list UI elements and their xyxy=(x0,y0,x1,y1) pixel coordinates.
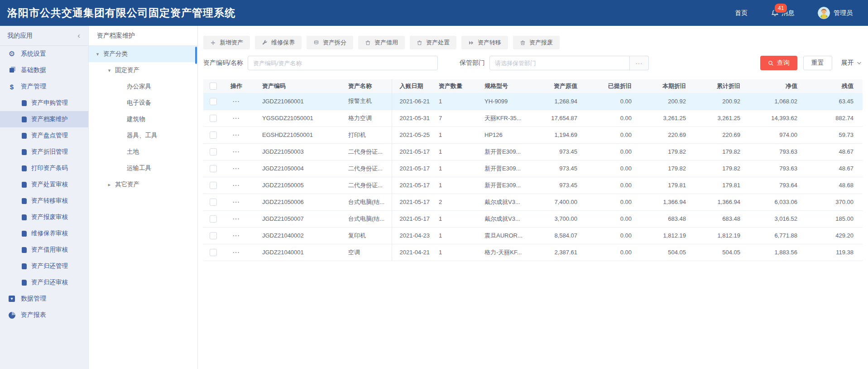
table-row[interactable]: ··· EGSHDZ21050001 打印机 2021-05-25 1 HP12… xyxy=(203,126,863,143)
sidebar-item[interactable]: 基础数据 xyxy=(0,62,88,78)
table-row[interactable]: ··· JGDZ21050003 二代身份证... 2021-05-17 1 新… xyxy=(203,143,863,160)
row-actions-button[interactable]: ··· xyxy=(233,165,240,172)
cell-residual: 48.67 xyxy=(817,143,863,160)
tree-node[interactable]: 运输工具 xyxy=(89,160,197,176)
cell-qty: 1 xyxy=(434,210,473,227)
tree-node[interactable]: 土地 xyxy=(89,144,197,160)
row-actions-button[interactable]: ··· xyxy=(233,131,240,138)
select-all-checkbox[interactable] xyxy=(210,83,217,90)
toolbar-button[interactable]: 维修保养 xyxy=(255,36,302,49)
cell-dep-cur: 1,366.94 xyxy=(652,194,706,210)
dept-filter-input[interactable] xyxy=(489,56,630,70)
row-checkbox[interactable] xyxy=(210,165,217,172)
table-row[interactable]: ··· JGDZ21060001 报警主机 2021-06-21 1 YH-90… xyxy=(203,93,863,110)
row-actions-button[interactable]: ··· xyxy=(233,249,240,256)
row-checkbox[interactable] xyxy=(210,182,217,189)
collapse-sidebar-button[interactable]: ‹ xyxy=(76,31,82,40)
expand-toggle[interactable]: 展开 xyxy=(841,59,860,67)
doc-icon xyxy=(21,165,27,172)
tree-node[interactable]: ▸ 其它资产 xyxy=(89,176,197,193)
scrollbar-thumb[interactable] xyxy=(195,47,197,64)
toolbar-button[interactable]: 资产转移 xyxy=(461,36,508,49)
user-menu[interactable]: 管理员 xyxy=(818,7,853,19)
table-row[interactable]: ··· YGSGDZ21050001 格力空调 2021-05-31 7 天丽K… xyxy=(203,110,863,126)
sidebar-item[interactable]: 打印资产条码 xyxy=(0,160,88,176)
toolbar-button[interactable]: 资产借用 xyxy=(358,36,405,49)
cell-dep-cur: 3,261.25 xyxy=(652,110,706,126)
table-row[interactable]: ··· JGDZ21040001 空调 2021-04-21 1 格力-天丽KF… xyxy=(203,244,863,261)
doc-icon xyxy=(21,99,27,107)
tree-node[interactable]: 建筑物 xyxy=(89,111,197,127)
sidebar-item[interactable]: 资产盘点管理 xyxy=(0,127,88,144)
row-checkbox[interactable] xyxy=(210,115,217,122)
table-row[interactable]: ··· JGDZ21040002 复印机 2021-04-23 1 震旦AURO… xyxy=(203,227,863,244)
row-actions-button[interactable]: ··· xyxy=(233,199,240,205)
sidebar-item[interactable]: 系统设置 xyxy=(0,46,88,62)
sidebar-item[interactable]: 资产借用审核 xyxy=(0,242,88,258)
sidebar-item[interactable]: 资产报表 xyxy=(0,307,88,323)
nav-home[interactable]: 首页 xyxy=(735,9,748,17)
app-title: 洛阳市公共交通集团有限公司固定资产管理系统 xyxy=(7,6,235,20)
code-filter-input[interactable] xyxy=(248,56,438,70)
row-checkbox[interactable] xyxy=(210,249,217,256)
row-actions-button[interactable]: ··· xyxy=(233,215,240,222)
row-checkbox[interactable] xyxy=(210,131,217,139)
sidebar-item[interactable]: 资产档案维护 xyxy=(0,111,88,127)
toolbar-button[interactable]: 资产拆分 xyxy=(307,36,353,49)
cell-code: JGDZ21050007 xyxy=(249,210,338,227)
row-actions-button[interactable]: ··· xyxy=(233,232,240,239)
sidebar-item[interactable]: 资产管理 xyxy=(0,78,88,95)
row-checkbox[interactable] xyxy=(210,215,217,223)
cell-date: 2021-06-21 xyxy=(392,93,434,110)
tree-node[interactable]: 电子设备 xyxy=(89,95,197,111)
toolbar-button-label: 维修保养 xyxy=(271,39,295,47)
cell-dep-acc: 200.92 xyxy=(706,93,760,110)
toolbar-button[interactable]: 资产报废 xyxy=(513,36,560,49)
cell-orig: 973.45 xyxy=(547,160,597,177)
dept-filter-label: 保管部门 xyxy=(460,59,485,67)
table-row[interactable]: ··· JGDZ21050005 二代身份证... 2021-05-17 1 新… xyxy=(203,177,863,194)
col-dep-acc: 累计折旧 xyxy=(706,79,760,93)
table-row[interactable]: ··· JGDZ21050006 台式电脑(结... 2021-05-17 2 … xyxy=(203,194,863,210)
nav-messages[interactable]: 41 消息 xyxy=(771,9,794,17)
toolbar-button[interactable]: 资产处置 xyxy=(410,36,456,49)
sidebar-item[interactable]: 资产申购管理 xyxy=(0,95,88,111)
toolbar-button[interactable]: 新增资产 xyxy=(203,36,250,49)
sidebar-item[interactable]: 资产报废审核 xyxy=(0,209,88,225)
search-button-label: 查询 xyxy=(777,59,790,67)
row-checkbox[interactable] xyxy=(210,98,217,105)
search-button[interactable]: 查询 xyxy=(760,56,797,70)
cell-name: 空调 xyxy=(338,244,392,261)
sidebar-item[interactable]: 资产归还审核 xyxy=(0,274,88,291)
table-row[interactable]: ··· JGDZ21050007 台式电脑(结... 2021-05-17 1 … xyxy=(203,210,863,227)
dept-picker-button[interactable]: ··· xyxy=(630,56,649,70)
sidebar-title: 我的应用 xyxy=(7,32,33,40)
tree-node[interactable]: 器具、工具 xyxy=(89,127,197,144)
tree-node[interactable]: 办公家具 xyxy=(89,78,197,95)
row-actions-button[interactable]: ··· xyxy=(233,148,240,155)
sidebar-item[interactable]: 数据管理 xyxy=(0,291,88,307)
cell-name: 复印机 xyxy=(338,227,392,244)
row-checkbox[interactable] xyxy=(210,199,217,206)
toolbar-button-label: 资产报废 xyxy=(529,39,553,47)
sidebar-item[interactable]: 资产归还管理 xyxy=(0,258,88,274)
reset-button[interactable]: 重置 xyxy=(803,56,832,70)
row-checkbox[interactable] xyxy=(210,232,217,239)
tree-node[interactable]: ▾ 固定资产 xyxy=(89,62,197,78)
sidebar-item[interactable]: 维修保养审核 xyxy=(0,225,88,242)
cell-qty: 1 xyxy=(434,177,473,194)
sidebar-item[interactable]: 资产处置审核 xyxy=(0,176,88,193)
row-actions-button[interactable]: ··· xyxy=(233,98,240,105)
row-actions-button[interactable]: ··· xyxy=(233,182,240,189)
tree-node[interactable]: ▾ 资产分类 xyxy=(89,46,197,62)
main-content: 新增资产 维修保养 资产拆分 资产借用 资产处置 xyxy=(198,26,868,369)
messages-badge: 41 xyxy=(774,3,788,14)
col-qty: 资产数量 xyxy=(434,79,473,93)
cell-residual: 59.73 xyxy=(817,126,863,143)
table-row[interactable]: ··· JGDZ21050004 二代身份证... 2021-05-17 1 新… xyxy=(203,160,863,177)
row-checkbox[interactable] xyxy=(210,148,217,155)
sidebar-item[interactable]: 资产折旧管理 xyxy=(0,144,88,160)
row-actions-button[interactable]: ··· xyxy=(233,115,240,121)
cell-dep-done: 0.00 xyxy=(597,177,652,194)
sidebar-item[interactable]: 资产转移审核 xyxy=(0,193,88,209)
